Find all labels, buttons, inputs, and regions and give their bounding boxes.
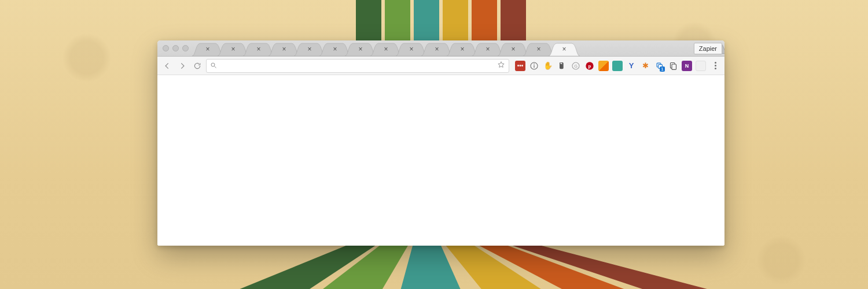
close-tab-icon[interactable]: ×	[460, 46, 464, 53]
onenote-icon[interactable]: N	[682, 61, 692, 71]
google-analytics-icon[interactable]	[598, 61, 609, 71]
window-minimize-button[interactable]	[172, 45, 179, 51]
close-tab-icon[interactable]: ×	[486, 46, 490, 53]
extension-tooltip: Zapier	[694, 43, 722, 54]
page-viewport	[157, 75, 724, 246]
info-icon[interactable]	[529, 61, 539, 71]
search-icon	[210, 61, 217, 71]
window-maximize-button[interactable]	[182, 45, 189, 51]
close-tab-icon[interactable]: ×	[384, 46, 388, 53]
svg-text:G: G	[574, 63, 578, 68]
forward-button[interactable]	[176, 60, 189, 72]
window-controls	[163, 45, 189, 51]
reload-icon	[193, 62, 201, 70]
extensions-tray: ••• ✋ G p Y ✱	[512, 61, 706, 71]
tabs-container: ×××××××××××××××	[192, 40, 707, 56]
hand-icon[interactable]: ✋	[543, 61, 553, 71]
duplicate-tab-icon[interactable]	[654, 61, 664, 71]
browser-menu-button[interactable]	[709, 60, 721, 72]
back-button[interactable]	[161, 60, 174, 72]
close-tab-icon[interactable]: ×	[409, 46, 413, 53]
window-close-button[interactable]	[163, 45, 169, 51]
close-tab-icon[interactable]: ×	[307, 46, 311, 53]
toolbar: ••• ✋ G p Y ✱	[157, 57, 724, 75]
url-input[interactable]	[220, 62, 494, 70]
close-tab-icon[interactable]: ×	[205, 46, 209, 53]
y-icon[interactable]: Y	[626, 61, 637, 71]
svg-point-6	[211, 63, 215, 66]
arrow-left-icon	[163, 62, 171, 70]
browser-window: ××××××××××××××× Zapier	[157, 40, 724, 246]
close-tab-icon[interactable]: ×	[256, 46, 260, 53]
wallpaper-stripe	[356, 0, 381, 46]
reload-button[interactable]	[191, 60, 204, 72]
blank-extension-icon[interactable]	[696, 61, 706, 71]
wallpaper-stripe	[443, 0, 468, 46]
close-tab-icon[interactable]: ×	[282, 46, 286, 53]
bookmark-star-icon[interactable]	[497, 61, 505, 71]
desktop-wallpaper: ××××××××××××××× Zapier	[0, 0, 868, 289]
address-bar[interactable]	[206, 59, 509, 73]
wallpaper-stripe	[472, 0, 497, 46]
svg-rect-18	[672, 64, 676, 69]
close-tab-icon[interactable]: ×	[536, 46, 540, 53]
pinterest-icon[interactable]: p	[584, 61, 595, 71]
evernote-icon[interactable]	[557, 61, 567, 71]
clipboard-icon[interactable]	[668, 61, 678, 71]
lastpass-icon[interactable]: •••	[515, 61, 525, 71]
wallpaper-stripe	[501, 0, 526, 46]
close-tab-icon[interactable]: ×	[511, 46, 515, 53]
wallpaper-stripe	[385, 0, 410, 46]
close-tab-icon[interactable]: ×	[435, 46, 439, 53]
svg-rect-16	[658, 65, 662, 69]
zapier-icon[interactable]: ✱	[640, 61, 650, 71]
svg-text:p: p	[589, 63, 591, 69]
svg-point-10	[534, 63, 535, 64]
wallpaper-stripe	[414, 0, 439, 46]
browser-tab[interactable]: ×	[549, 42, 580, 56]
tab-strip: ××××××××××××××× Zapier	[157, 40, 724, 57]
teal-app-icon[interactable]	[612, 61, 623, 71]
close-tab-icon[interactable]: ×	[562, 46, 566, 53]
close-tab-icon[interactable]: ×	[231, 46, 235, 53]
close-tab-icon[interactable]: ×	[333, 46, 337, 53]
svg-line-7	[215, 66, 216, 68]
grammarly-icon[interactable]: G	[571, 61, 581, 71]
extension-tooltip-label: Zapier	[699, 45, 717, 52]
close-tab-icon[interactable]: ×	[358, 46, 362, 53]
arrow-right-icon	[178, 62, 186, 70]
